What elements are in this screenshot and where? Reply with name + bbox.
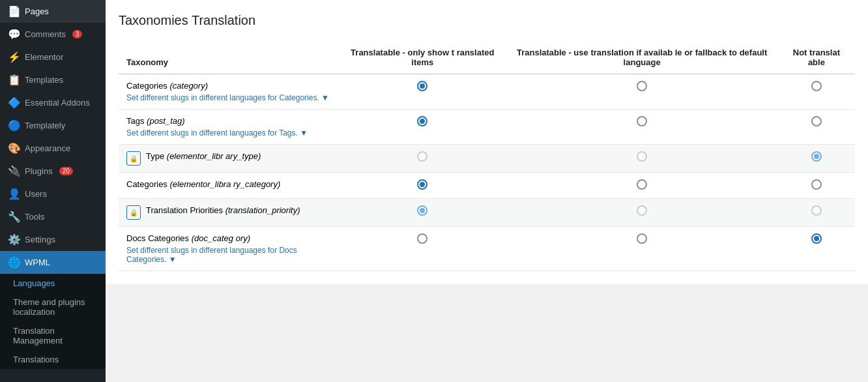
plugins-icon: 🔌 [8,165,20,177]
radio-button[interactable] [417,151,427,162]
radio-button[interactable] [811,233,822,244]
table-row: 🔒Translation Priorities (translation_pri… [119,199,855,227]
sidebar-item-settings[interactable]: ⚙️ Settings [0,228,106,251]
radio-button[interactable] [637,179,647,190]
radio-button[interactable] [637,233,647,244]
radio-cell[interactable] [778,74,855,110]
taxonomy-name: Type (elementor_libr ary_type) [146,151,261,161]
radio-button[interactable] [811,179,822,190]
radio-button[interactable] [637,205,647,216]
taxonomy-name-cell: Categories (elementor_libra ry_category) [119,173,339,199]
templates-icon: 📋 [8,74,20,86]
taxonomy-name: Categories (elementor_libra ry_category) [126,179,331,189]
col-taxonomy: Taxonomy [119,41,339,74]
lock-icon: 🔒 [126,151,141,166]
wpml-icon: 🌐 [8,256,20,269]
slug-link[interactable]: Set different slugs in different languag… [126,93,331,102]
radio-cell[interactable] [339,110,506,145]
radio-button[interactable] [811,81,822,91]
col-translatable-show: Translatable - only show t ranslated ite… [339,41,506,74]
submenu-languages[interactable]: Languages [0,274,106,293]
taxonomy-name: Docs Categories (doc_categ ory) [126,233,331,243]
wpml-arrow [102,259,106,267]
table-row: Docs Categories (doc_categ ory)Set diffe… [119,227,855,271]
radio-cell[interactable] [506,145,777,173]
radio-cell[interactable] [339,74,506,110]
radio-cell[interactable] [339,145,506,173]
table-row: Categories (elementor_libra ry_category) [119,173,855,199]
radio-cell[interactable] [339,173,506,199]
radio-button[interactable] [417,116,427,126]
slug-link[interactable]: Set different slugs in different languag… [126,128,331,138]
radio-button[interactable] [811,151,822,162]
elementor-icon: ⚡ [8,51,20,63]
tools-icon: 🔧 [8,211,20,223]
taxonomy-name-cell: Categories (category)Set different slugs… [119,74,339,110]
col-translatable-use: Translatable - use translation if availa… [506,41,777,74]
radio-cell[interactable] [339,227,506,271]
wpml-submenu: Languages Theme and plugins localization… [0,274,106,369]
comments-icon: 💬 [8,28,20,40]
appearance-icon: 🎨 [8,142,20,154]
main-content: Taxonomies Translation Taxonomy Translat… [106,0,868,382]
page-title: Taxonomies Translation [119,13,855,28]
radio-cell[interactable] [506,227,777,271]
templately-icon: 🔵 [8,119,20,132]
sidebar-item-appearance[interactable]: 🎨 Appearance [0,137,106,160]
submenu-translation-mgmt[interactable]: Translation Management [0,321,106,350]
radio-cell[interactable] [778,199,855,227]
sidebar-item-templately[interactable]: 🔵 Templately [0,114,106,137]
table-row: 🔒Type (elementor_libr ary_type) [119,145,855,173]
slug-link[interactable]: Set different slugs in different languag… [126,246,331,264]
taxonomy-name-cell: 🔒Translation Priorities (translation_pri… [119,199,339,227]
radio-cell[interactable] [778,227,855,271]
radio-button[interactable] [811,116,822,126]
radio-button[interactable] [417,179,427,190]
taxonomy-name: Categories (category) [126,81,331,91]
radio-button[interactable] [417,81,427,91]
radio-cell[interactable] [506,74,777,110]
taxonomies-table: Taxonomy Translatable - only show t rans… [119,41,855,271]
users-icon: 👤 [8,188,20,200]
taxonomy-name-cell: Tags (post_tag)Set different slugs in di… [119,110,339,145]
comments-badge: 3 [72,30,83,38]
taxonomy-name-cell: Docs Categories (doc_categ ory)Set diffe… [119,227,339,271]
submenu-theme-plugins[interactable]: Theme and plugins localization [0,293,106,321]
sidebar-item-wpml[interactable]: 🌐 WPML [0,251,106,274]
radio-cell[interactable] [778,145,855,173]
table-row: Categories (category)Set different slugs… [119,74,855,110]
radio-cell[interactable] [339,199,506,227]
taxonomy-name: Translation Priorities (translation_prio… [146,205,300,215]
sidebar-item-templates[interactable]: 📋 Templates [0,68,106,91]
content-area: Taxonomies Translation Taxonomy Translat… [106,0,868,284]
radio-cell[interactable] [506,110,777,145]
sidebar-item-elementor[interactable]: ⚡ Elementor [0,46,106,68]
table-row: Tags (post_tag)Set different slugs in di… [119,110,855,145]
radio-button[interactable] [417,233,427,244]
radio-button[interactable] [637,151,647,162]
settings-icon: ⚙️ [8,233,20,246]
submenu-translations[interactable]: Translations [0,350,106,369]
radio-cell[interactable] [778,173,855,199]
lock-icon: 🔒 [126,205,141,220]
sidebar-item-pages[interactable]: 📄 Pages [0,0,106,23]
essential-addons-icon: 🔷 [8,96,20,109]
col-not-translatable: Not translat able [778,41,855,74]
radio-cell[interactable] [506,199,777,227]
radio-button[interactable] [417,205,427,216]
radio-button[interactable] [637,116,647,126]
radio-button[interactable] [637,81,647,91]
radio-cell[interactable] [506,173,777,199]
plugins-badge: 20 [59,167,73,175]
sidebar-item-plugins[interactable]: 🔌 Plugins 20 [0,160,106,183]
taxonomy-name-cell: 🔒Type (elementor_libr ary_type) [119,145,339,173]
sidebar-item-essential-addons[interactable]: 🔷 Essential Addons [0,91,106,114]
pages-icon: 📄 [8,5,20,18]
sidebar: 📄 Pages 💬 Comments 3 ⚡ Elementor 📋 Templ… [0,0,106,382]
radio-button[interactable] [811,205,822,216]
taxonomy-name: Tags (post_tag) [126,116,331,126]
radio-cell[interactable] [778,110,855,145]
sidebar-item-users[interactable]: 👤 Users [0,183,106,205]
sidebar-item-comments[interactable]: 💬 Comments 3 [0,23,106,46]
sidebar-item-tools[interactable]: 🔧 Tools [0,205,106,228]
